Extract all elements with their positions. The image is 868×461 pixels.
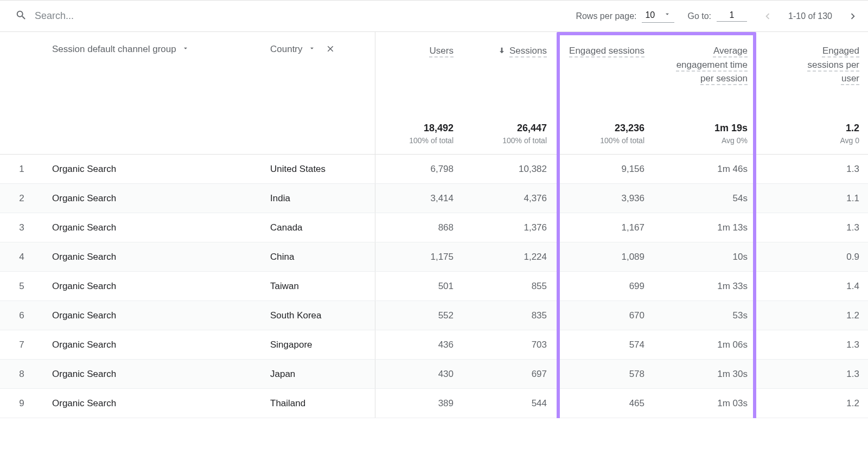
column-header-avg-engagement-time[interactable]: Average engagement time per session: [653, 32, 756, 113]
table-row[interactable]: 7Organic SearchSingapore4367035741m 06s1…: [0, 330, 868, 360]
table-row[interactable]: 8Organic SearchJapan4306975781m 30s1.3: [0, 360, 868, 389]
cell-avgtime: 1m 13s: [653, 213, 756, 242]
total-users: 18,492: [424, 123, 454, 134]
table-row[interactable]: 5Organic SearchTaiwan5018556991m 33s1.4: [0, 272, 868, 301]
cell-sessions: 703: [462, 330, 556, 359]
table-row[interactable]: 3Organic SearchCanada8681,3761,1671m 13s…: [0, 213, 868, 242]
table-toolbar: Rows per page: 10 Go to: 1-10 of 130: [0, 1, 868, 32]
cell-sessions: 835: [462, 301, 556, 330]
cell-perusr: 0.9: [756, 242, 868, 271]
cell-users: 436: [375, 330, 462, 359]
cell-engaged: 9,156: [556, 155, 653, 183]
row-index: 7: [0, 330, 43, 359]
cell-engaged: 1,089: [556, 242, 653, 271]
cell-engaged: 1,167: [556, 213, 653, 242]
total-sessions: 26,447: [517, 123, 547, 134]
cell-channel: Organic Search: [43, 389, 261, 418]
cell-users: 552: [375, 301, 462, 330]
cell-users: 501: [375, 272, 462, 300]
cell-country: United States: [261, 155, 375, 183]
cell-country: Singapore: [261, 330, 375, 359]
total-avgtime: 1m 19s: [714, 123, 748, 134]
row-index: 1: [0, 155, 43, 183]
table-row[interactable]: 4Organic SearchChina1,1751,2241,08910s0.…: [0, 242, 868, 272]
column-header-engaged-sessions[interactable]: Engaged sessions: [556, 32, 653, 113]
caret-down-icon: [182, 44, 189, 55]
cell-channel: Organic Search: [43, 213, 261, 242]
search-icon: [15, 9, 27, 23]
total-sessions-sub: 100% of total: [502, 136, 547, 145]
cell-country: Canada: [261, 213, 375, 242]
cell-sessions: 697: [462, 360, 556, 388]
caret-down-icon: [663, 10, 671, 20]
data-table: Session default channel group Country Us…: [0, 32, 868, 418]
cell-avgtime: 1m 06s: [653, 330, 756, 359]
table-row[interactable]: 1Organic SearchUnited States6,79810,3829…: [0, 155, 868, 184]
column-header-engaged-per-user[interactable]: Engaged sessions per user: [756, 32, 868, 113]
goto-page: Go to:: [687, 10, 747, 22]
caret-down-icon: [308, 44, 316, 55]
remove-secondary-dimension-button[interactable]: [326, 44, 335, 56]
cell-country: Thailand: [261, 389, 375, 418]
cell-perusr: 1.2: [756, 301, 868, 330]
cell-country: South Korea: [261, 301, 375, 330]
total-perusr: 1.2: [846, 123, 859, 134]
sort-descending-icon: [497, 44, 506, 57]
table-row[interactable]: 9Organic SearchThailand3895444651m 03s1.…: [0, 389, 868, 418]
cell-users: 389: [375, 389, 462, 418]
cell-sessions: 1,224: [462, 242, 556, 271]
row-index: 8: [0, 360, 43, 388]
table-header-row: Session default channel group Country Us…: [0, 32, 868, 113]
cell-sessions: 10,382: [462, 155, 556, 183]
cell-avgtime: 1m 30s: [653, 360, 756, 388]
row-index: 2: [0, 184, 43, 213]
cell-engaged: 578: [556, 360, 653, 388]
secondary-dimension-chip[interactable]: Country: [270, 44, 316, 55]
goto-label: Go to:: [687, 11, 711, 21]
table-row[interactable]: 6Organic SearchSouth Korea55283567053s1.…: [0, 301, 868, 330]
cell-perusr: 1.3: [756, 155, 868, 183]
total-users-sub: 100% of total: [409, 136, 454, 145]
cell-engaged: 465: [556, 389, 653, 418]
cell-avgtime: 10s: [653, 242, 756, 271]
cell-users: 3,414: [375, 184, 462, 213]
row-index: 3: [0, 213, 43, 242]
cell-avgtime: 53s: [653, 301, 756, 330]
cell-avgtime: 54s: [653, 184, 756, 213]
search-input[interactable]: [35, 10, 230, 22]
cell-engaged: 574: [556, 330, 653, 359]
secondary-dimension-label: Country: [270, 44, 303, 55]
row-index: 6: [0, 301, 43, 330]
column-header-users[interactable]: Users: [375, 32, 462, 113]
page-range: 1-10 of 130: [788, 11, 832, 21]
cell-users: 1,175: [375, 242, 462, 271]
next-page-button[interactable]: [845, 9, 860, 24]
cell-engaged: 699: [556, 272, 653, 300]
close-icon: [326, 44, 335, 56]
primary-dimension-chip[interactable]: Session default channel group: [52, 44, 189, 55]
cell-users: 868: [375, 213, 462, 242]
cell-channel: Organic Search: [43, 155, 261, 183]
cell-channel: Organic Search: [43, 184, 261, 213]
rows-per-page-value: 10: [645, 10, 655, 20]
total-engaged-sub: 100% of total: [600, 136, 644, 145]
total-engaged: 23,236: [615, 123, 644, 134]
table-row[interactable]: 2Organic SearchIndia3,4144,3763,93654s1.…: [0, 184, 868, 213]
cell-users: 430: [375, 360, 462, 388]
cell-channel: Organic Search: [43, 272, 261, 300]
cell-perusr: 1.2: [756, 389, 868, 418]
cell-sessions: 855: [462, 272, 556, 300]
cell-sessions: 4,376: [462, 184, 556, 213]
column-header-sessions[interactable]: Sessions: [462, 32, 556, 113]
cell-channel: Organic Search: [43, 301, 261, 330]
cell-avgtime: 1m 03s: [653, 389, 756, 418]
cell-country: India: [261, 184, 375, 213]
rows-per-page-label: Rows per page:: [576, 11, 636, 21]
prev-page-button[interactable]: [760, 9, 775, 24]
goto-input[interactable]: [717, 10, 747, 22]
cell-country: China: [261, 242, 375, 271]
rows-per-page-select[interactable]: 10: [642, 9, 674, 23]
cell-avgtime: 1m 33s: [653, 272, 756, 300]
total-perusr-sub: Avg 0: [840, 136, 859, 145]
cell-channel: Organic Search: [43, 360, 261, 388]
